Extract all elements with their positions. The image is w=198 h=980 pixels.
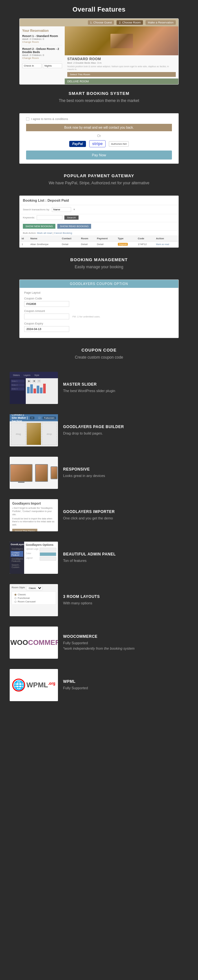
coupon-expiry-label: Coupon Expiry xyxy=(24,322,174,325)
pb-col-1: drag xyxy=(11,423,26,445)
page-layout-group: Page Layout xyxy=(24,291,174,294)
show-new-booking-button[interactable]: SHOW NEW BOOKING xyxy=(23,224,55,229)
admin-field-1[interactable] xyxy=(40,548,56,552)
pb-col-2 xyxy=(26,423,41,445)
keyword-input[interactable] xyxy=(37,215,62,220)
coupon-code-section: COUPON CODE Create custom coupon code xyxy=(0,341,198,367)
coupon-body: Page Layout Coupon Code Coupon Amount Fi… xyxy=(20,288,178,338)
book-by-email-bar: Book now by email and we will contact yo… xyxy=(26,124,172,131)
authorize-logo: Authorize.Net xyxy=(109,141,129,147)
slider-menu-2: Layers xyxy=(22,374,32,376)
room-info: STANDARD ROOM Bed: 2 Double Beds Max: 3 … xyxy=(65,55,178,78)
admin-label-3: Layout xyxy=(26,557,38,561)
col-id: id xyxy=(20,236,28,242)
room-1-sub: Adult: 2 Children: 0 xyxy=(22,38,62,41)
admin-panel-row: GoodLayers Goodlayers Contact Feature Go… xyxy=(0,536,198,579)
desktop-screen xyxy=(10,464,32,482)
wpml-text: WPML.org xyxy=(26,681,55,689)
room-style-select[interactable]: Classic xyxy=(26,586,43,590)
admin-field-3[interactable] xyxy=(40,557,56,561)
importer-row: Goodlayers Import • Don't forget to acti… xyxy=(0,494,198,536)
step-2: 2. Choose Room xyxy=(117,20,143,25)
room-options: Classic Functional Room Carousel xyxy=(11,592,56,605)
bar-1 xyxy=(27,387,30,393)
coupon-expiry-input[interactable] xyxy=(24,326,69,332)
room-description: Nostick position look & some value adipi… xyxy=(67,65,176,71)
smart-booking-section: SMART BOOKING SYSTEM The best room reser… xyxy=(0,84,198,110)
payment-logos: PayPal stripe Authorize.Net xyxy=(26,140,172,147)
slider-ctrl-3[interactable]: + xyxy=(37,380,41,383)
room-option-label-3: Room Carousel xyxy=(18,600,36,603)
search-by-select[interactable] xyxy=(52,207,71,212)
page-builder-text: GOODLAYERS PAGE BUILDER Drag drop to bui… xyxy=(63,425,188,436)
room-item-1: Resort 1 - Standard Room Adult: 2 Childr… xyxy=(22,34,62,45)
room-layouts-thumb: Room Style Classic Classic Functional Ro… xyxy=(10,584,58,616)
admin-panel-text: BEAUTIFUL ADMIN PANEL Ton of features xyxy=(63,552,188,563)
cell-code: 174P12 xyxy=(136,242,154,247)
responsive-text: RESPONSIVE Looks great in any devices xyxy=(63,467,188,479)
reservation-screenshot: 1. Choose Guest 2. Choose Room Make a Re… xyxy=(19,18,179,84)
payment-screenshot: I agree to terms & conditions Book now b… xyxy=(19,113,179,164)
importer-desc: One click and you get the demo xyxy=(63,515,188,521)
cell-room[interactable]: Detail xyxy=(79,242,95,247)
coupon-amount-input[interactable] xyxy=(24,313,69,320)
keyword-label: Keywords: xyxy=(23,216,35,219)
cell-payment[interactable]: Detail xyxy=(95,242,116,247)
checkin-box[interactable]: Check In xyxy=(22,64,42,68)
room-option-bullet-1 xyxy=(14,594,16,596)
responsive-mock xyxy=(10,457,58,489)
coupon-expiry-group: Coupon Expiry xyxy=(24,322,174,332)
col-payment: Payment xyxy=(95,236,116,242)
checkout-box[interactable]: Nights xyxy=(43,64,62,68)
slider-sidebar-item-2: Slide 2 xyxy=(11,383,24,387)
coupon-code-title: COUPON CODE xyxy=(10,348,188,353)
admin-sidebar-item-3[interactable]: Goodlayers Features xyxy=(11,557,23,563)
rooms-top: Room Style Classic xyxy=(11,586,56,590)
payment-gateway-section: POPULAR PAYMENT GATEWAY We have PayPal, … xyxy=(0,167,198,192)
admin-logo: GoodLayers xyxy=(11,543,23,546)
woo-mock: W WOOCOMMERCE xyxy=(10,627,58,659)
importer-thumb: Goodlayers Import • Don't forget to acti… xyxy=(10,499,58,531)
room-2-change[interactable]: Change Room xyxy=(22,57,62,59)
admin-sidebar-item-1[interactable]: Goodlayers xyxy=(11,547,23,550)
room-2-title: Resort 2 - Deluxe Room - 2 Double Beds xyxy=(22,47,62,54)
pb-add-btn[interactable]: + xyxy=(30,417,34,419)
cancel-booking-link[interactable]: Cancel Booking xyxy=(54,232,72,234)
room-layouts-title: 3 ROOM LAYOUTS xyxy=(63,594,188,599)
import-demo-button[interactable]: Import The Demo xyxy=(12,529,37,531)
page-title: Overall Features xyxy=(6,6,192,13)
reservation-left-panel: Your Reservation Resort 1 - Standard Roo… xyxy=(20,26,65,84)
admin-panel-thumb: GoodLayers Goodlayers Contact Feature Go… xyxy=(10,542,58,574)
show-read-booking-button[interactable]: SHOW READ BOOKING xyxy=(57,224,91,229)
admin-field-2[interactable] xyxy=(40,552,56,556)
slider-menu-3: Style xyxy=(33,374,41,376)
admin-panel-desc: Ton of features xyxy=(63,558,188,563)
mark-as-read-link[interactable]: Mark as read xyxy=(156,243,169,245)
search-button[interactable]: Search! xyxy=(64,215,78,220)
col-contact: Contact xyxy=(60,236,79,242)
mark-all-read-link[interactable]: Mark all read xyxy=(37,232,52,234)
room-layouts-desc: With many options xyxy=(63,600,188,606)
admin-sidebar-item-4[interactable]: Search - Custom xyxy=(11,563,23,569)
master-slider-thumb: Sliders Layers Style Slide 1 Slide 2 Sli… xyxy=(10,372,58,404)
admin-sidebar-item-2[interactable]: Contact Feature xyxy=(11,551,23,557)
pb-body: drag drop xyxy=(10,422,58,446)
coupon-code-input[interactable] xyxy=(24,301,69,307)
cell-action[interactable]: Mark as read xyxy=(154,242,178,247)
admin-panel-title: BEAUTIFUL ADMIN PANEL xyxy=(63,552,188,557)
cell-contact[interactable]: Detail xyxy=(60,242,79,247)
slider-ctrl-2[interactable]: ■ xyxy=(32,380,36,383)
step-3: Make a Reservation xyxy=(145,20,176,25)
wpml-circle: 🌐 xyxy=(12,679,25,692)
select-room-button[interactable]: Select This Room xyxy=(67,72,176,77)
admin-field-row-2: Color xyxy=(26,552,56,556)
pb-expand-btn[interactable]: Fullscreen xyxy=(43,417,56,419)
wpml-desc: Fully Supported xyxy=(63,686,188,691)
room-1-change[interactable]: Change Room xyxy=(22,41,62,43)
slider-ctrl-1[interactable]: ▶ xyxy=(27,380,31,383)
bar-5 xyxy=(40,388,43,393)
slider-sidebar-item-3: Slide 3 xyxy=(11,387,24,390)
terms-checkbox[interactable] xyxy=(26,118,29,121)
tablet-content xyxy=(36,465,47,481)
pay-now-button[interactable]: Pay Now xyxy=(26,151,172,159)
